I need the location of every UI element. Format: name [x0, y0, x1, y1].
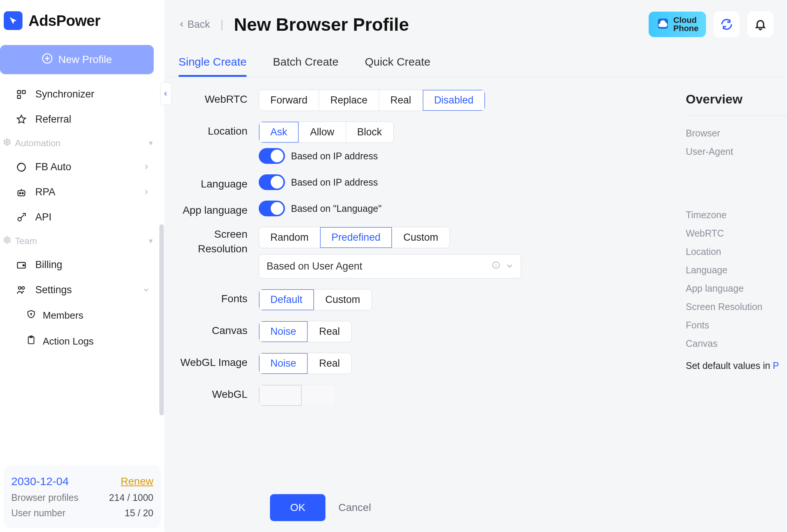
- sidebar-item-label: Synchronizer: [35, 88, 94, 100]
- section-label: Automation: [15, 138, 60, 148]
- sidebar-item-fb-auto[interactable]: FB Auto: [0, 154, 165, 180]
- location-ask[interactable]: Ask: [259, 122, 299, 142]
- gear-icon: [3, 138, 11, 148]
- overview-timezone[interactable]: Timezone: [686, 206, 787, 224]
- screenres-select[interactable]: Based on User Agent: [259, 254, 521, 279]
- webrtc-disabled[interactable]: Disabled: [423, 90, 485, 111]
- sidebar-item-label: Action Logs: [43, 336, 94, 347]
- screenres-select-value: Based on User Agent: [267, 261, 362, 272]
- ok-button[interactable]: OK: [270, 494, 325, 521]
- screenres-predefined[interactable]: Predefined: [320, 227, 392, 248]
- webrtc-real[interactable]: Real: [379, 90, 423, 111]
- cancel-button[interactable]: Cancel: [338, 502, 371, 514]
- sidebar-item-label: Billing: [35, 259, 62, 271]
- sidebar-scrollbar[interactable]: [159, 82, 164, 462]
- settings-icon: [15, 285, 28, 295]
- location-options: Ask Allow Block: [259, 121, 394, 143]
- app-language-toggle[interactable]: [259, 201, 285, 216]
- overview-panel: Overview Browser User-Agent Timezone Web…: [682, 77, 787, 532]
- overview-browser[interactable]: Browser: [686, 124, 787, 142]
- location-ip-toggle[interactable]: [259, 148, 285, 164]
- screenres-custom[interactable]: Custom: [392, 227, 450, 248]
- overview-footer-link[interactable]: P: [773, 360, 779, 371]
- sidebar-item-action-logs[interactable]: Action Logs: [0, 328, 165, 354]
- language-ip-toggle[interactable]: [259, 174, 285, 190]
- svg-point-14: [22, 286, 24, 289]
- sidebar-nav: Synchronizer Referral Automation ▼: [0, 82, 165, 462]
- svg-point-4: [6, 141, 8, 143]
- chevron-down-icon: [506, 261, 513, 272]
- back-label: Back: [187, 19, 210, 30]
- label-screen-resolution: Screen Resolution: [176, 227, 259, 256]
- refresh-button[interactable]: [714, 11, 740, 37]
- tab-batch-create[interactable]: Batch Create: [273, 49, 339, 76]
- footer-profiles-label: Browser profiles: [11, 492, 78, 503]
- sidebar-item-rpa[interactable]: RPA: [0, 180, 165, 205]
- language-ip-hint: Based on IP address: [291, 177, 378, 188]
- notifications-button[interactable]: [747, 11, 774, 37]
- fonts-default[interactable]: Default: [259, 289, 314, 310]
- svg-rect-3: [18, 95, 21, 98]
- webgl-opt-a[interactable]: [259, 385, 302, 406]
- overview-user-agent[interactable]: User-Agent: [686, 142, 787, 161]
- overview-webrtc[interactable]: WebRTC: [686, 224, 787, 243]
- overview-heading: Overview: [686, 92, 787, 106]
- fonts-custom[interactable]: Custom: [314, 289, 372, 310]
- sidebar-collapse-button[interactable]: [160, 82, 171, 105]
- svg-point-13: [18, 286, 21, 289]
- brand-name: AdsPower: [28, 12, 100, 29]
- tab-single-create[interactable]: Single Create: [178, 49, 247, 76]
- canvas-real[interactable]: Real: [308, 321, 351, 342]
- fonts-options: Default Custom: [259, 289, 372, 310]
- sidebar-item-settings[interactable]: Settings: [0, 277, 165, 303]
- new-profile-button[interactable]: New Profile: [0, 45, 154, 74]
- webrtc-options: Forward Replace Real Disabled: [259, 90, 485, 111]
- webgl-image-real[interactable]: Real: [308, 353, 351, 374]
- overview-language[interactable]: Language: [686, 261, 787, 279]
- overview-app-language[interactable]: App language: [686, 279, 787, 298]
- webgl-options: [259, 385, 336, 406]
- brand-row: AdsPower: [0, 0, 165, 41]
- screenres-random[interactable]: Random: [259, 227, 320, 248]
- cloud-phone-button[interactable]: CloudPhone: [649, 12, 706, 37]
- back-button[interactable]: Back: [178, 19, 210, 30]
- webrtc-forward[interactable]: Forward: [259, 90, 319, 111]
- label-app-language: App language: [176, 201, 259, 216]
- sidebar-item-synchronizer[interactable]: Synchronizer: [0, 82, 165, 107]
- section-label: Team: [15, 236, 37, 246]
- overview-screenres[interactable]: Screen Resolution: [686, 298, 787, 316]
- robot-icon: [15, 187, 28, 198]
- overview-canvas[interactable]: Canvas: [686, 334, 787, 353]
- footer-users-label: User number: [11, 508, 66, 519]
- renew-link[interactable]: Renew: [121, 475, 153, 487]
- sidebar-item-label: Members: [43, 310, 83, 321]
- sidebar-item-members[interactable]: Members: [0, 303, 165, 328]
- canvas-options: Noise Real: [259, 321, 352, 342]
- label-location: Location: [176, 121, 259, 137]
- webgl-opt-b[interactable]: [302, 385, 336, 406]
- svg-rect-1: [18, 90, 21, 93]
- location-block[interactable]: Block: [346, 122, 393, 142]
- cloud-phone-icon: [656, 17, 670, 32]
- webrtc-replace[interactable]: Replace: [319, 90, 379, 111]
- canvas-noise[interactable]: Noise: [259, 321, 308, 342]
- sidebar-item-billing[interactable]: Billing: [0, 252, 165, 277]
- sidebar-item-referral[interactable]: Referral: [0, 107, 165, 132]
- sidebar-item-api[interactable]: API: [0, 205, 165, 230]
- webgl-image-noise[interactable]: Noise: [259, 353, 308, 374]
- footer-date: 2030-12-04: [11, 475, 69, 488]
- overview-fonts[interactable]: Fonts: [686, 316, 787, 334]
- svg-point-12: [23, 264, 24, 266]
- form: WebRTC Forward Replace Real Disabled Loc…: [165, 77, 682, 532]
- webgl-image-options: Noise Real: [259, 353, 352, 374]
- page-title: New Browser Profile: [234, 14, 409, 35]
- location-allow[interactable]: Allow: [299, 122, 346, 142]
- overview-location[interactable]: Location: [686, 243, 787, 261]
- api-icon: [15, 212, 28, 223]
- section-team[interactable]: Team ▼: [0, 230, 165, 252]
- svg-point-10: [6, 239, 8, 241]
- tab-quick-create[interactable]: Quick Create: [365, 49, 430, 76]
- svg-point-7: [19, 192, 21, 194]
- section-automation[interactable]: Automation ▼: [0, 132, 165, 154]
- new-profile-label: New Profile: [58, 54, 112, 66]
